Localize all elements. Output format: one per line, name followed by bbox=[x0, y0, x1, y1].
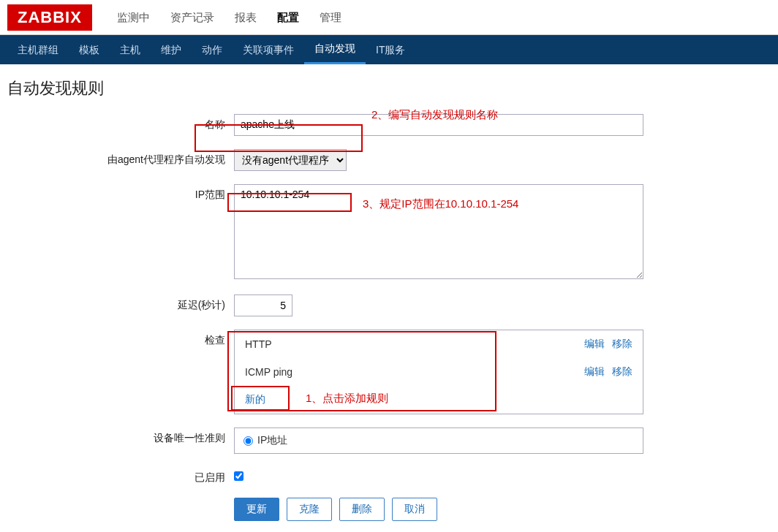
subnav-actions[interactable]: 动作 bbox=[192, 35, 233, 64]
unique-radio-ip[interactable]: IP地址 bbox=[243, 434, 634, 447]
delay-input[interactable] bbox=[234, 294, 292, 316]
proxy-label: 由agent代理程序自动发现 bbox=[7, 149, 234, 171]
checks-label: 检查 bbox=[7, 330, 234, 414]
subnav-correlation[interactable]: 关联项事件 bbox=[233, 35, 304, 64]
subnav-hostgroups[interactable]: 主机群组 bbox=[7, 35, 69, 64]
clone-button[interactable]: 克隆 bbox=[287, 498, 332, 521]
check-edit-link[interactable]: 编辑 bbox=[584, 365, 605, 377]
update-button[interactable]: 更新 bbox=[234, 498, 279, 521]
subnav-discovery[interactable]: 自动发现 bbox=[304, 35, 366, 64]
iprange-input[interactable]: 10.10.10.1-254 bbox=[234, 184, 643, 279]
iprange-label: IP范围 bbox=[7, 184, 234, 281]
unique-radio-label: IP地址 bbox=[257, 434, 287, 447]
topnav-monitoring[interactable]: 监测中 bbox=[107, 0, 160, 35]
topnav-inventory[interactable]: 资产记录 bbox=[160, 0, 224, 35]
subnav-hosts[interactable]: 主机 bbox=[110, 35, 151, 64]
subnav-templates[interactable]: 模板 bbox=[69, 35, 110, 64]
page-body: 自动发现规则 2、编写自动发现规则名称 名称 由agent代理程序自动发现 没有… bbox=[0, 64, 778, 532]
unique-radio-input[interactable] bbox=[243, 436, 253, 446]
check-edit-link[interactable]: 编辑 bbox=[584, 338, 605, 349]
proxy-select[interactable]: 没有agent代理程序 bbox=[234, 149, 347, 171]
name-label: 名称 bbox=[7, 114, 234, 136]
check-name: ICMP ping bbox=[245, 366, 292, 378]
sub-nav: 主机群组 模板 主机 维护 动作 关联项事件 自动发现 IT服务 bbox=[0, 35, 778, 64]
new-check-link[interactable]: 新的 bbox=[235, 386, 276, 414]
topnav-reports[interactable]: 报表 bbox=[224, 0, 267, 35]
check-row-http: HTTP 编辑 移除 bbox=[235, 330, 643, 358]
check-name: HTTP bbox=[245, 338, 272, 350]
checks-box: HTTP 编辑 移除 ICMP ping 编辑 移除 新的 bbox=[234, 330, 643, 414]
enabled-label: 已启用 bbox=[7, 467, 234, 484]
name-input[interactable] bbox=[234, 114, 643, 136]
topnav-configuration[interactable]: 配置 bbox=[267, 0, 309, 35]
delete-button[interactable]: 删除 bbox=[339, 498, 385, 521]
delay-label: 延迟(秒计) bbox=[7, 294, 234, 316]
enabled-checkbox[interactable] bbox=[234, 471, 243, 481]
check-remove-link[interactable]: 移除 bbox=[612, 365, 632, 377]
topnav-administration[interactable]: 管理 bbox=[309, 0, 352, 35]
top-nav: ZABBIX 监测中 资产记录 报表 配置 管理 bbox=[0, 0, 778, 35]
unique-label: 设备唯一性准则 bbox=[7, 428, 234, 454]
check-row-icmp: ICMP ping 编辑 移除 bbox=[235, 358, 643, 386]
check-remove-link[interactable]: 移除 bbox=[612, 338, 632, 349]
logo: ZABBIX bbox=[7, 4, 92, 31]
subnav-itservices[interactable]: IT服务 bbox=[366, 35, 415, 64]
page-title: 自动发现规则 bbox=[7, 77, 771, 99]
cancel-button[interactable]: 取消 bbox=[392, 498, 437, 521]
unique-radio-wrap: IP地址 bbox=[234, 428, 643, 454]
subnav-maintenance[interactable]: 维护 bbox=[151, 35, 192, 64]
